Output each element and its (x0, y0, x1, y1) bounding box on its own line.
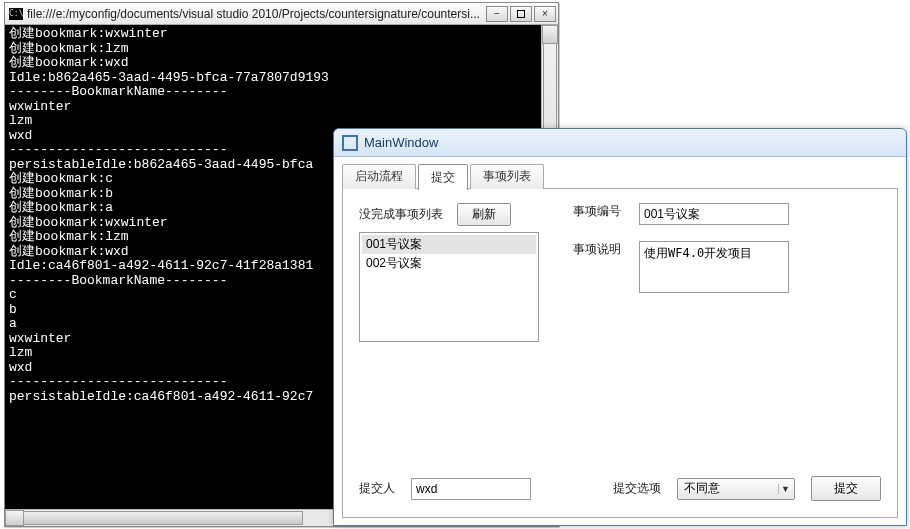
incomplete-list-label: 没完成事项列表 (359, 206, 443, 223)
main-window: MainWindow 启动流程提交事项列表 没完成事项列表 刷新 001号议案0… (333, 128, 907, 526)
tab-提交[interactable]: 提交 (418, 164, 468, 190)
main-window-client: 启动流程提交事项列表 没完成事项列表 刷新 001号议案002号议案 事项编号 (334, 157, 906, 525)
cmd-icon: C:\ (9, 8, 23, 20)
chevron-down-icon: ▼ (778, 484, 792, 494)
incomplete-listbox[interactable]: 001号议案002号议案 (359, 232, 539, 342)
maximize-button[interactable] (510, 6, 532, 22)
submit-button[interactable]: 提交 (811, 476, 881, 501)
main-window-title: MainWindow (364, 135, 438, 150)
item-desc-label: 事项说明 (573, 241, 621, 258)
close-button[interactable]: × (534, 6, 556, 22)
submitter-input[interactable] (411, 478, 531, 500)
main-window-titlebar[interactable]: MainWindow (334, 129, 906, 157)
item-desc-input[interactable] (639, 241, 789, 293)
app-icon (342, 135, 358, 151)
submit-option-value: 不同意 (684, 480, 778, 497)
minimize-button[interactable]: − (486, 6, 508, 22)
tab-启动流程[interactable]: 启动流程 (342, 164, 416, 189)
refresh-button[interactable]: 刷新 (457, 203, 511, 226)
list-item[interactable]: 001号议案 (362, 235, 536, 254)
list-item[interactable]: 002号议案 (362, 254, 536, 273)
tabstrip: 启动流程提交事项列表 (342, 163, 898, 189)
horizontal-scroll-thumb[interactable] (23, 511, 303, 525)
submit-option-label: 提交选项 (613, 480, 661, 497)
submitter-label: 提交人 (359, 480, 395, 497)
tab-事项列表[interactable]: 事项列表 (470, 164, 544, 189)
tab-pane-submit: 没完成事项列表 刷新 001号议案002号议案 事项编号 事项说明 (342, 188, 898, 518)
item-id-input[interactable] (639, 203, 789, 225)
console-titlebar[interactable]: C:\ file:///e:/myconfig/documents/visual… (5, 3, 558, 25)
console-title: file:///e:/myconfig/documents/visual stu… (27, 7, 486, 21)
item-id-label: 事项编号 (573, 203, 621, 220)
submit-option-combo[interactable]: 不同意 ▼ (677, 478, 795, 500)
